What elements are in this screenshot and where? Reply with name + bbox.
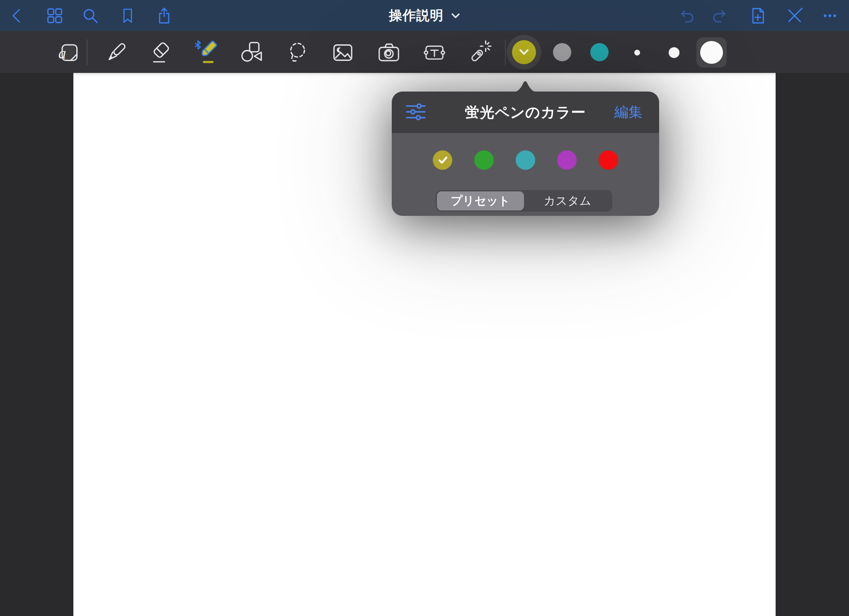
popover-box: 蛍光ペンのカラー 編集 プリセット カスタム xyxy=(392,92,659,216)
crossed-pencil-icon xyxy=(784,6,803,25)
tab-preset[interactable]: プリセット xyxy=(437,191,524,210)
popover-arrow xyxy=(512,80,539,92)
tool-page-settings[interactable]: a xyxy=(56,40,81,65)
chevron-down-icon xyxy=(451,13,460,19)
checkmark-icon xyxy=(437,155,449,166)
popover-body: プリセット カスタム xyxy=(392,133,659,216)
tool-pen[interactable] xyxy=(103,40,129,65)
toolbar-divider xyxy=(87,39,87,65)
tab-custom[interactable]: カスタム xyxy=(524,191,611,210)
popover-header: 蛍光ペンのカラー 編集 xyxy=(392,92,659,133)
app-window: 操作説明 xyxy=(0,0,849,616)
swatch-yellow-selected[interactable] xyxy=(433,150,452,170)
ellipsis-icon xyxy=(820,6,839,25)
swatch-green[interactable] xyxy=(474,150,494,170)
tool-camera[interactable] xyxy=(376,40,402,65)
color-slot-gray[interactable] xyxy=(553,43,571,61)
tool-laser-pointer[interactable] xyxy=(467,40,492,65)
color-slot-selected[interactable] xyxy=(507,35,541,70)
swatch-purple[interactable] xyxy=(557,150,577,170)
tool-shapes[interactable] xyxy=(238,40,264,65)
text-box-icon xyxy=(422,40,447,65)
laser-pointer-icon xyxy=(467,40,492,65)
undo-icon xyxy=(676,6,695,25)
tool-bar: a xyxy=(0,31,849,73)
svg-text:a: a xyxy=(58,45,66,62)
selected-color-swatch xyxy=(512,40,536,64)
image-icon xyxy=(330,40,356,65)
tool-text[interactable] xyxy=(422,40,447,65)
edit-colors-button[interactable]: 編集 xyxy=(614,103,643,122)
camera-icon xyxy=(376,40,402,65)
document-title: 操作説明 xyxy=(389,7,444,25)
chevron-down-icon xyxy=(519,49,529,56)
redo-button[interactable] xyxy=(710,5,733,27)
stroke-size-small[interactable] xyxy=(634,50,640,56)
tool-highlighter[interactable] xyxy=(193,40,218,65)
swatch-teal[interactable] xyxy=(516,150,535,170)
more-options-button[interactable] xyxy=(819,5,841,27)
pen-icon xyxy=(104,40,129,65)
preset-swatch-row xyxy=(392,150,659,170)
toolbar-divider xyxy=(505,39,506,65)
shapes-icon xyxy=(238,40,264,65)
undo-button[interactable] xyxy=(674,5,696,27)
preset-custom-segmented-control: プリセット カスタム xyxy=(436,190,612,212)
highlighter-icon xyxy=(193,40,218,65)
eraser-icon xyxy=(148,40,174,65)
redo-icon xyxy=(712,6,731,25)
top-navigation-bar: 操作説明 xyxy=(0,0,849,31)
page-settings-icon: a xyxy=(56,40,81,65)
stroke-size-large-dot xyxy=(700,41,723,64)
stroke-size-medium[interactable] xyxy=(669,47,679,58)
color-slot-teal[interactable] xyxy=(590,43,609,61)
stroke-size-large-selected[interactable] xyxy=(696,37,727,68)
add-page-icon xyxy=(749,6,767,26)
stylus-readonly-button[interactable] xyxy=(783,5,805,27)
lasso-icon xyxy=(284,40,310,65)
add-page-button[interactable] xyxy=(747,5,769,27)
tool-lasso[interactable] xyxy=(284,40,310,65)
tool-image[interactable] xyxy=(330,40,356,65)
tool-eraser[interactable] xyxy=(148,40,174,65)
swatch-red[interactable] xyxy=(599,150,618,170)
